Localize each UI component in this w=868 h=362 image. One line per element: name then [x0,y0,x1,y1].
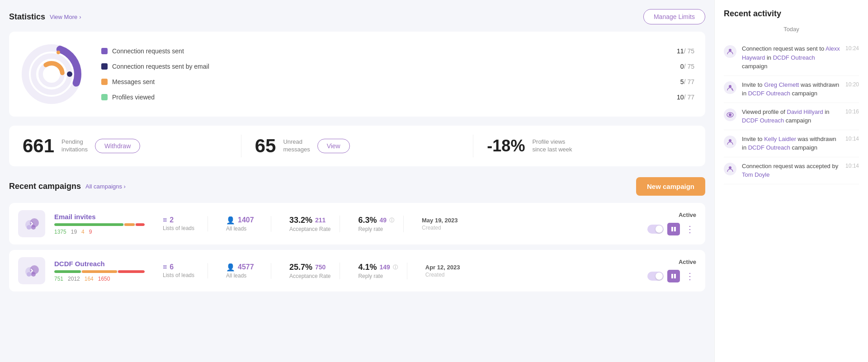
legend-dot-dark [101,63,108,70]
campaign-leads-dcdf: 👤 4577 All leads [217,263,271,279]
lists-icon-dcdf: ≡ [163,263,167,271]
progress-bar-email [54,223,145,226]
activity-item-4: Invite to Kelly Laidler was withdrawn in… [724,130,859,157]
pause-button-dcdf[interactable] [667,270,680,282]
activity-text-5: Connection request was accepted by Tom D… [742,162,840,179]
donut-chart [20,42,83,106]
chevron-right-icon: › [79,14,81,20]
svg-point-7 [57,51,60,54]
activity-item-1: Connection request was sent to Alexx Hay… [724,40,859,76]
campaign-leads-email: 👤 1407 All leads [217,216,271,232]
legend-value-connection: 11/ 75 [677,47,694,55]
legend-profiles: Profiles viewed 10/ 77 [101,94,694,101]
progress-green [54,223,123,226]
campaigns-header: Recent campaigns All campaigns › New cam… [9,177,705,196]
campaign-acceptance-dcdf: 25.7% 750 Acceptance Rate [280,263,340,279]
campaign-icon-dcdf [18,257,45,284]
kpi-divider-2 [473,135,473,157]
profile-viewed-icon-3 [724,108,736,121]
progress-bar-dcdf [54,270,145,273]
svg-point-10 [27,225,31,230]
campaign-reply-dcdf: 4.1% 149 ⓘ Reply rate [349,263,407,279]
connection-sent-icon-1 [724,45,736,58]
person-icon: 👤 [226,216,235,225]
campaign-toggle-email[interactable] [647,225,664,234]
withdraw-button[interactable]: Withdraw [95,139,140,153]
stats-legend: Connection requests sent 11/ 75 Connecti… [101,47,694,101]
campaign-icon-email [18,210,45,237]
progress-orange [124,223,135,226]
activity-text-4: Invite to Kelly Laidler was withdrawn in… [742,135,840,152]
pause-button-email[interactable] [667,223,680,235]
campaign-status-email: Active ⋮ [647,212,696,236]
campaign-status-dcdf: Active ⋮ [647,259,696,283]
lists-icon: ≡ [163,216,167,224]
legend-connection-requests: Connection requests sent 11/ 75 [101,47,694,55]
svg-rect-12 [671,227,673,231]
activity-text-2: Invite to Greg Clemett was withdrawn in … [742,80,840,98]
campaign-card-dcdf: DCDF Outreach 751 2012 164 1650 [9,250,705,291]
campaign-name-dcdf[interactable]: DCDF Outreach [54,260,145,268]
campaign-info-email: Email invites 1375 19 4 9 [54,213,145,235]
progress-red [136,223,145,226]
kpi-pending: 661 Pendinginvitations Withdraw [23,135,227,157]
statistics-title: Statistics [9,12,45,22]
svg-point-17 [31,272,36,277]
kpi-divider-1 [241,135,241,157]
svg-point-20 [729,49,731,52]
connection-accepted-icon-5 [724,163,736,175]
recent-activity-sidebar: Recent activity Today Connection request… [714,0,868,362]
new-campaign-button[interactable]: New campaign [636,177,705,196]
campaign-progress-email: 1375 19 4 9 [54,223,145,235]
sidebar-title: Recent activity [724,9,859,19]
more-options-dcdf[interactable]: ⋮ [684,269,696,283]
legend-value-messages: 5/ 77 [680,78,694,85]
svg-point-24 [729,113,731,116]
campaign-reply-email: 6.3% 49 ⓘ Reply rate [349,216,404,232]
kpi-profile-views: -18% Profile viewssince last week [487,136,692,155]
manage-limits-button[interactable]: Manage Limits [643,9,705,24]
activity-text-1: Connection request was sent to Alexx Hay… [742,44,840,71]
progress-green-dcdf [54,270,81,273]
kpi-unread: 65 Unreadmessages View [255,135,460,157]
progress-red-dcdf [118,270,145,273]
legend-value-profiles: 10/ 77 [677,94,694,101]
view-more-link[interactable]: View More › [50,14,81,20]
svg-point-26 [729,166,731,169]
campaign-card-email-invites: Email invites 1375 19 4 9 [9,203,705,244]
person-icon-dcdf: 👤 [226,263,235,272]
svg-rect-19 [674,274,676,278]
campaign-date-dcdf: Apr 12, 2023 Created [416,264,469,278]
campaign-acceptance-email: 33.2% 211 Acceptance Rate [280,216,340,232]
legend-dot-orange [101,79,108,85]
svg-rect-18 [671,274,673,278]
statistics-header: Statistics View More › Manage Limits [9,9,705,24]
campaign-name-email[interactable]: Email invites [54,213,145,221]
statistics-card: Connection requests sent 11/ 75 Connecti… [9,32,705,117]
invite-withdrawn-icon-2 [724,81,736,94]
campaign-toggle-dcdf[interactable] [647,272,664,281]
campaign-progress-dcdf: 751 2012 164 1650 [54,270,145,282]
svg-point-21 [729,85,731,88]
all-campaigns-link[interactable]: All campaigns › [85,183,126,190]
legend-connection-email: Connection requests sent by email 0/ 75 [101,63,694,70]
svg-point-16 [27,272,31,277]
activity-item-5: Connection request was accepted by Tom D… [724,157,859,184]
progress-orange-dcdf [82,270,117,273]
svg-rect-13 [674,227,676,231]
more-options-email[interactable]: ⋮ [684,222,696,236]
activity-item-2: Invite to Greg Clemett was withdrawn in … [724,76,859,103]
campaign-lists-email: ≡ 2 Lists of leads [154,216,208,231]
legend-value-email: 0/ 75 [680,63,694,70]
kpi-row: 661 Pendinginvitations Withdraw 65 Unrea… [9,126,705,166]
activity-item-3: Viewed profile of David Hillyard in DCDF… [724,103,859,130]
legend-dot-purple [101,48,108,54]
today-label: Today [724,26,859,33]
svg-point-25 [729,139,731,142]
campaign-date-email: May 19, 2023 Created [413,217,467,231]
legend-messages: Messages sent 5/ 77 [101,78,694,85]
legend-dot-green [101,94,108,100]
campaign-lists-dcdf: ≡ 6 Lists of leads [154,263,208,278]
view-button[interactable]: View [317,139,350,153]
activity-text-3: Viewed profile of David Hillyard in DCDF… [742,108,840,125]
